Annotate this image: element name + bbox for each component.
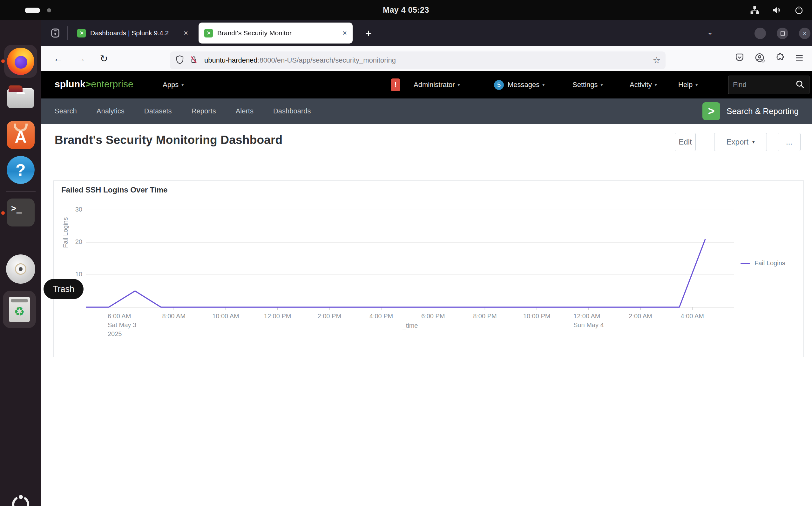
dock-trash[interactable]: ♻ bbox=[3, 290, 36, 328]
menu-hamburger-icon[interactable] bbox=[794, 53, 804, 64]
splunk-app-nav: Search Analytics Datasets Reports Alerts… bbox=[41, 98, 812, 124]
dock-separator bbox=[6, 191, 35, 191]
reload-button[interactable]: ↻ bbox=[96, 51, 112, 66]
app-identity[interactable]: > Search & Reporting bbox=[703, 102, 799, 120]
dock-media-disc[interactable] bbox=[4, 254, 37, 284]
clock[interactable]: May 4 05:23 bbox=[0, 0, 812, 20]
bookmark-star-icon[interactable]: ☆ bbox=[653, 55, 660, 66]
url-text: ubuntu-hardened:8000/en-US/app/search/se… bbox=[204, 56, 653, 65]
x-tick-label: 12:00 PM bbox=[264, 312, 291, 321]
nav-datasets[interactable]: Datasets bbox=[144, 107, 172, 115]
app-name: Search & Reporting bbox=[727, 106, 799, 116]
window-minimize-button[interactable]: – bbox=[754, 28, 766, 39]
x-tick-label: 10:00 AM bbox=[212, 312, 239, 321]
window-close-button[interactable]: × bbox=[799, 28, 810, 39]
tab-close-icon[interactable]: × bbox=[342, 28, 347, 37]
power-icon bbox=[794, 5, 804, 15]
export-button[interactable]: Export▾ bbox=[714, 133, 767, 151]
window-maximize-button[interactable] bbox=[777, 28, 788, 39]
pocket-icon[interactable] bbox=[734, 53, 745, 64]
trash-tooltip: Trash bbox=[44, 279, 84, 299]
find-search-box[interactable] bbox=[728, 76, 809, 94]
chevron-down-icon: ▾ bbox=[655, 82, 657, 87]
x-tick-label: 6:00 PM bbox=[421, 312, 445, 321]
page-title: Brandt's Security Monitoring Dashboard bbox=[55, 134, 282, 147]
firefox-view-icon[interactable] bbox=[49, 27, 62, 39]
terminal-running-dot bbox=[1, 211, 5, 215]
forward-button[interactable]: → bbox=[73, 51, 89, 66]
account-icon[interactable] bbox=[754, 53, 765, 65]
dock-terminal[interactable]: >_ bbox=[4, 198, 37, 227]
terminal-icon: >_ bbox=[7, 198, 34, 227]
firefox-running-dot bbox=[1, 59, 5, 63]
search-reporting-app-icon: > bbox=[703, 102, 720, 120]
y-tick-label: 30 bbox=[63, 206, 82, 213]
back-button[interactable]: ← bbox=[50, 51, 66, 66]
trash-icon: ♻ bbox=[3, 290, 36, 328]
find-input[interactable] bbox=[733, 81, 795, 89]
extensions-puzzle-icon[interactable] bbox=[775, 53, 785, 64]
x-tick-label: 4:00 AM bbox=[681, 312, 704, 321]
nav-reports[interactable]: Reports bbox=[191, 107, 216, 115]
tab-security-monitoring[interactable]: > Brandt's Security Monitor × bbox=[198, 22, 353, 44]
x-tick-label: 4:00 PM bbox=[370, 312, 393, 321]
nav-alerts[interactable]: Alerts bbox=[236, 107, 253, 115]
workspace-pill[interactable] bbox=[25, 8, 40, 13]
ubuntu-software-icon: A bbox=[7, 121, 34, 149]
volume-icon bbox=[772, 5, 782, 15]
dock-ubuntu-software[interactable]: A bbox=[4, 121, 37, 149]
chevron-down-icon: ▾ bbox=[752, 139, 755, 145]
nav-search[interactable]: Search bbox=[55, 107, 77, 115]
settings-menu[interactable]: Settings▾ bbox=[572, 71, 603, 98]
legend-line-swatch bbox=[740, 263, 750, 264]
insecure-lock-icon[interactable] bbox=[189, 55, 198, 66]
dock-files[interactable] bbox=[4, 88, 37, 108]
chevron-down-icon: ▾ bbox=[696, 82, 698, 87]
chevron-down-icon: ▾ bbox=[181, 82, 184, 87]
activity-menu[interactable]: Activity▾ bbox=[630, 71, 657, 98]
line-chart: Fail Logins 102030 6:00 AMSat May 320258… bbox=[54, 181, 804, 357]
workspace-dot[interactable] bbox=[47, 8, 51, 12]
alert-badge[interactable]: ! bbox=[391, 78, 400, 91]
tab-bar: > Dashboards | Splunk 9.4.2 × > Brandt's… bbox=[41, 20, 812, 46]
more-actions-button[interactable]: ... bbox=[778, 133, 801, 151]
nav-dashboards[interactable]: Dashboards bbox=[273, 107, 311, 115]
y-tick-label: 20 bbox=[63, 238, 82, 246]
navigation-toolbar: ← → ↻ ubuntu-hardened:8000/en-US/app/sea… bbox=[41, 46, 812, 71]
chart-panel: Failed SSH Logins Over Time Fail Logins … bbox=[53, 180, 804, 357]
administrator-menu[interactable]: Administrator▾ bbox=[414, 71, 460, 98]
x-tick-label: 2:00 AM bbox=[629, 312, 652, 321]
dock-firefox[interactable] bbox=[4, 45, 37, 78]
x-tick-label: 8:00 AM bbox=[162, 312, 185, 321]
desktop: May 4 05:23 A ? >_ bbox=[0, 0, 812, 506]
dashboard-content: Brandt's Security Monitoring Dashboard E… bbox=[41, 124, 812, 506]
legend[interactable]: Fail Logins bbox=[740, 259, 785, 267]
shield-icon[interactable] bbox=[175, 55, 184, 66]
x-axis-title: _time bbox=[86, 322, 734, 329]
edit-button[interactable]: Edit bbox=[675, 133, 696, 151]
firefox-window: > Dashboards | Splunk 9.4.2 × > Brandt's… bbox=[41, 20, 812, 506]
tab-dashboards[interactable]: > Dashboards | Splunk 9.4.2 × bbox=[72, 22, 194, 44]
ubuntu-logo-icon bbox=[12, 496, 29, 506]
tab-close-icon[interactable]: × bbox=[184, 28, 188, 37]
chevron-down-icon: ▾ bbox=[542, 82, 545, 87]
dock-show-apps[interactable] bbox=[4, 496, 37, 506]
network-icon bbox=[750, 5, 759, 15]
messages-menu[interactable]: 5Messages▾ bbox=[494, 71, 545, 98]
tab-separator bbox=[67, 26, 68, 40]
url-bar[interactable]: ubuntu-hardened:8000/en-US/app/search/se… bbox=[170, 52, 665, 69]
media-disc-icon bbox=[6, 254, 35, 284]
help-menu[interactable]: Help▾ bbox=[678, 71, 698, 98]
apps-menu[interactable]: Apps▾ bbox=[163, 71, 184, 98]
system-status-area[interactable] bbox=[750, 4, 804, 16]
nav-analytics[interactable]: Analytics bbox=[97, 107, 125, 115]
splunk-logo[interactable]: splunk>enterprise bbox=[55, 79, 134, 90]
tab-title: Dashboards | Splunk 9.4.2 bbox=[90, 29, 180, 37]
list-all-tabs-chevron-icon[interactable]: ⌄ bbox=[707, 28, 713, 36]
dock-help[interactable]: ? bbox=[4, 156, 37, 184]
search-icon bbox=[795, 79, 805, 90]
messages-count-badge: 5 bbox=[494, 80, 504, 90]
dock: A ? >_ ♻ bbox=[0, 20, 41, 506]
chevron-down-icon: ▾ bbox=[601, 82, 603, 87]
new-tab-button[interactable]: + bbox=[360, 25, 377, 41]
